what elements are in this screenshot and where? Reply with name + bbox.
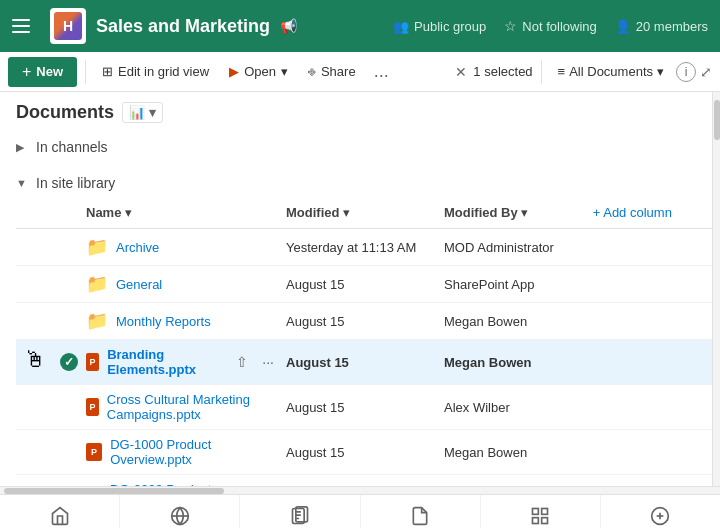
row-name-cell[interactable]: 📁 General bbox=[86, 266, 286, 303]
speaker-icon[interactable]: 📢 bbox=[280, 18, 297, 34]
row-add-col-cell bbox=[593, 266, 712, 303]
row-modified-cell: August 15 bbox=[286, 475, 444, 487]
plus-circle-icon bbox=[650, 506, 670, 526]
row-modifiedby-cell[interactable]: Megan Bowen bbox=[444, 430, 593, 475]
file-name[interactable]: Monthly Reports bbox=[116, 314, 211, 329]
info-button[interactable]: i bbox=[676, 62, 696, 82]
in-channels-item[interactable]: ▶ In channels bbox=[0, 133, 712, 161]
members-button[interactable]: 👤 20 members bbox=[615, 19, 708, 34]
row-modifiedby-cell[interactable]: Alex Wilber bbox=[444, 385, 593, 430]
row-modifiedby-cell[interactable]: Megan Bowen bbox=[444, 475, 593, 487]
view-selector[interactable]: 📊 ▾ bbox=[122, 102, 163, 123]
row-name-cell[interactable]: P DG-1000 Product Overview.pptx bbox=[86, 430, 286, 475]
table-row[interactable]: W DG-2000 Product Overview.docx August 1… bbox=[16, 475, 712, 487]
in-site-library-item[interactable]: ▼ In site library bbox=[0, 169, 712, 197]
table-row[interactable]: 📁 Monthly Reports August 15Megan Bowen bbox=[16, 303, 712, 340]
row-modified-cell: August 15 bbox=[286, 340, 444, 385]
row-name-cell[interactable]: 📁 Archive bbox=[86, 229, 286, 266]
file-name[interactable]: DG-2000 Product Overview.docx bbox=[110, 482, 278, 486]
all-docs-label: All Documents bbox=[569, 64, 653, 79]
new-button[interactable]: + New bbox=[8, 57, 77, 87]
documents-header: Documents 📊 ▾ bbox=[0, 92, 712, 129]
row-modifiedby-cell[interactable]: MOD Administrator bbox=[444, 229, 593, 266]
share-button[interactable]: ⎆ Share bbox=[300, 59, 364, 84]
row-modifiedby-cell[interactable]: Megan Bowen bbox=[444, 340, 593, 385]
documents-icon bbox=[290, 506, 310, 526]
row-name-cell[interactable]: P Branding Elements.pptx ⇧ ··· bbox=[86, 340, 286, 385]
file-name[interactable]: Archive bbox=[116, 240, 159, 255]
col-modby-header[interactable]: Modified By ▾ bbox=[444, 197, 593, 229]
scrollbar-thumb[interactable] bbox=[714, 100, 720, 140]
row-share-action[interactable]: ⇧ bbox=[232, 352, 252, 372]
row-check-cell[interactable] bbox=[16, 303, 86, 340]
file-tab[interactable] bbox=[361, 495, 481, 528]
row-add-col-cell bbox=[593, 340, 712, 385]
table-row[interactable]: 📁 General August 15SharePoint App bbox=[16, 266, 712, 303]
row-modified-cell: August 15 bbox=[286, 303, 444, 340]
col-name-header[interactable]: Name ▾ bbox=[86, 197, 286, 229]
row-check-cell[interactable] bbox=[16, 385, 86, 430]
add-tab[interactable] bbox=[601, 495, 720, 528]
toolbar: + New ⊞ Edit in grid view ▶ Open ▾ ⎆ Sha… bbox=[0, 52, 720, 92]
open-button[interactable]: ▶ Open ▾ bbox=[221, 59, 296, 84]
row-add-col-cell bbox=[593, 475, 712, 487]
row-check-cell[interactable]: ✓ bbox=[16, 340, 86, 385]
expand-button[interactable]: ⤢ bbox=[700, 64, 712, 80]
check-circle: ✓ bbox=[60, 353, 78, 371]
row-modifiedby-cell[interactable]: Megan Bowen bbox=[444, 303, 593, 340]
row-modifiedby-cell[interactable]: SharePoint App bbox=[444, 266, 593, 303]
row-modified-cell: August 15 bbox=[286, 266, 444, 303]
file-name[interactable]: DG-1000 Product Overview.pptx bbox=[110, 437, 278, 467]
toolbar-separator-2 bbox=[541, 60, 542, 84]
horizontal-scrollbar[interactable] bbox=[0, 486, 720, 494]
vertical-scrollbar[interactable] bbox=[712, 92, 720, 486]
file-name[interactable]: Branding Elements.pptx bbox=[107, 347, 216, 377]
file-table: Name ▾ Modified ▾ Modified By ▾ + Add co… bbox=[16, 197, 712, 486]
h-scrollbar-thumb[interactable] bbox=[4, 488, 224, 494]
home-tab[interactable] bbox=[0, 495, 120, 528]
row-check-cell[interactable] bbox=[16, 229, 86, 266]
col-modified-header[interactable]: Modified ▾ bbox=[286, 197, 444, 229]
row-name-cell[interactable]: W DG-2000 Product Overview.docx bbox=[86, 475, 286, 487]
documents-tab[interactable] bbox=[240, 495, 360, 528]
following-button[interactable]: ☆ Not following bbox=[504, 18, 596, 34]
plus-icon: + bbox=[22, 63, 31, 81]
svg-rect-4 bbox=[533, 508, 539, 514]
row-name-cell[interactable]: P Cross Cultural Marketing Campaigns.ppt… bbox=[86, 385, 286, 430]
more-button[interactable]: ... bbox=[368, 59, 395, 84]
members-icon: 👤 bbox=[615, 19, 631, 34]
row-more-action[interactable]: ··· bbox=[258, 352, 278, 372]
view-icon: 📊 bbox=[129, 105, 145, 120]
open-icon: ▶ bbox=[229, 64, 239, 79]
folder-icon: 📁 bbox=[86, 310, 108, 332]
hamburger-button[interactable] bbox=[12, 12, 40, 40]
pptx-icon: P bbox=[86, 443, 102, 461]
row-check-cell[interactable] bbox=[16, 430, 86, 475]
app-header: H Sales and Marketing 📢 👥 Public group ☆… bbox=[0, 0, 720, 52]
globe-tab[interactable] bbox=[120, 495, 240, 528]
edit-grid-button[interactable]: ⊞ Edit in grid view bbox=[94, 59, 217, 84]
public-group-label: Public group bbox=[414, 19, 486, 34]
clear-selection-button[interactable]: ✕ bbox=[455, 64, 467, 80]
add-column-button[interactable]: + Add column bbox=[593, 197, 712, 229]
table-row[interactable]: ✓ P Branding Elements.pptx ⇧ ··· August … bbox=[16, 340, 712, 385]
file-name[interactable]: Cross Cultural Marketing Campaigns.pptx bbox=[107, 392, 278, 422]
row-check-cell[interactable] bbox=[16, 266, 86, 303]
public-group-button[interactable]: 👥 Public group bbox=[393, 19, 486, 34]
in-site-library-label: In site library bbox=[36, 175, 115, 191]
table-row[interactable]: 📁 Archive Yesterday at 11:13 AMMOD Admin… bbox=[16, 229, 712, 266]
row-check-cell[interactable] bbox=[16, 475, 86, 487]
pptx-icon: P bbox=[86, 353, 99, 371]
file-name[interactable]: General bbox=[116, 277, 162, 292]
table-row[interactable]: P Cross Cultural Marketing Campaigns.ppt… bbox=[16, 385, 712, 430]
new-label: New bbox=[36, 64, 63, 79]
row-name-cell[interactable]: 📁 Monthly Reports bbox=[86, 303, 286, 340]
edit-grid-label: Edit in grid view bbox=[118, 64, 209, 79]
row-modified-cell: August 15 bbox=[286, 430, 444, 475]
all-documents-button[interactable]: ≡ All Documents ▾ bbox=[550, 60, 672, 83]
globe-icon bbox=[170, 506, 190, 526]
header-meta: 👥 Public group ☆ Not following 👤 20 memb… bbox=[393, 18, 708, 34]
table-row[interactable]: P DG-1000 Product Overview.pptx August 1… bbox=[16, 430, 712, 475]
members-label: 20 members bbox=[636, 19, 708, 34]
grid-tab[interactable] bbox=[481, 495, 601, 528]
